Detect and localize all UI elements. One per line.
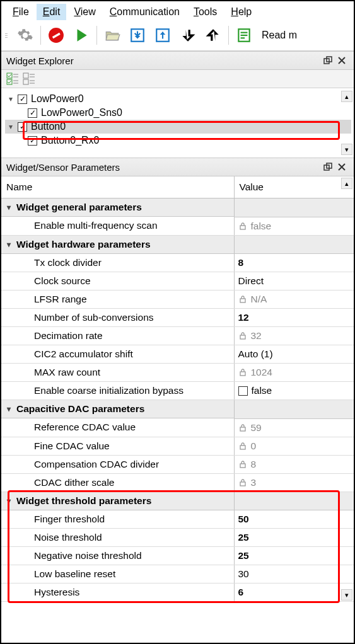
- menu-edit[interactable]: Edit: [37, 4, 67, 20]
- param-value[interactable]: false: [234, 382, 354, 400]
- group-title: Capacitive DAC parameters: [16, 403, 144, 415]
- import-button[interactable]: [177, 24, 199, 47]
- param-value[interactable]: 12: [234, 309, 354, 327]
- param-group[interactable]: ▾Widget hardware parameters: [1, 235, 354, 254]
- stop-button[interactable]: [45, 24, 67, 47]
- download-button[interactable]: [126, 24, 149, 47]
- check-all-icon[interactable]: [6, 72, 19, 85]
- export-icon: [205, 27, 221, 43]
- chevron-down-icon[interactable]: ▾: [6, 95, 15, 103]
- tree-item-lowpower0-sns0[interactable]: LowPower0_Sns0: [5, 106, 351, 120]
- param-row[interactable]: Negative noise threshold25: [1, 547, 354, 565]
- param-row[interactable]: Reference CDAC value59: [1, 418, 354, 437]
- gear-icon: [17, 27, 33, 43]
- scroll-up-button[interactable]: ▴: [341, 91, 352, 102]
- param-value[interactable]: Auto (1): [234, 345, 354, 364]
- scroll-down-button[interactable]: ▾: [341, 144, 352, 155]
- param-value[interactable]: 30: [234, 565, 354, 584]
- tree-item-button0-rx0[interactable]: Button0_Rx0: [5, 134, 351, 147]
- param-name: Negative noise threshold: [1, 547, 234, 565]
- param-name: Enable coarse initialization bypass: [1, 382, 234, 400]
- open-button[interactable]: [101, 24, 124, 47]
- param-value[interactable]: 1024: [234, 364, 354, 382]
- param-row[interactable]: Tx clock divider8: [1, 254, 354, 272]
- param-value[interactable]: 8: [234, 455, 354, 473]
- param-row[interactable]: Enable coarse initialization bypassfalse: [1, 382, 354, 400]
- chevron-down-icon[interactable]: ▾: [6, 122, 15, 131]
- menu-help[interactable]: Help: [224, 4, 258, 20]
- uncheck-all-icon[interactable]: [23, 72, 35, 85]
- param-value[interactable]: 59: [234, 418, 354, 437]
- close-button[interactable]: [335, 161, 349, 173]
- upload-button[interactable]: [151, 24, 174, 47]
- col-value[interactable]: Value: [234, 176, 354, 198]
- chevron-down-icon[interactable]: ▾: [4, 405, 14, 413]
- undock-button[interactable]: [321, 161, 335, 173]
- param-name: CIC2 accumulator shift: [1, 345, 234, 364]
- param-value[interactable]: 3: [234, 473, 354, 492]
- menu-tools[interactable]: Tools: [187, 4, 223, 20]
- param-row[interactable]: Compensation CDAC divider8: [1, 455, 354, 473]
- checkbox[interactable]: [28, 108, 37, 118]
- import-icon: [180, 27, 196, 43]
- param-value[interactable]: false: [234, 217, 354, 235]
- col-name[interactable]: Name: [1, 176, 234, 198]
- param-group[interactable]: ▾Capacitive DAC parameters: [1, 400, 354, 419]
- param-value[interactable]: Direct: [234, 272, 354, 290]
- menu-communication[interactable]: Communication: [103, 4, 186, 20]
- param-value[interactable]: 6: [234, 584, 354, 602]
- chevron-down-icon[interactable]: ▾: [4, 497, 14, 505]
- param-value[interactable]: 50: [234, 510, 354, 529]
- param-value[interactable]: 25: [234, 547, 354, 565]
- undock-button[interactable]: [321, 54, 335, 67]
- read-label[interactable]: Read m: [258, 30, 297, 41]
- param-group[interactable]: ▾Widget general parameters: [1, 198, 354, 217]
- param-group[interactable]: ▾Widget threshold parameters: [1, 492, 354, 510]
- param-value[interactable]: 0: [234, 437, 354, 455]
- param-name: Noise threshold: [1, 529, 234, 547]
- checkbox[interactable]: [28, 136, 37, 146]
- param-row[interactable]: LFSR rangeN/A: [1, 290, 354, 309]
- group-title: Widget general parameters: [16, 202, 142, 213]
- checkbox[interactable]: [18, 122, 27, 132]
- log-button[interactable]: [233, 24, 255, 47]
- param-row[interactable]: Decimation rate32: [1, 327, 354, 345]
- param-row[interactable]: Noise threshold25: [1, 529, 354, 547]
- close-button[interactable]: [335, 54, 349, 67]
- param-row[interactable]: Enable multi-frequency scanfalse: [1, 217, 354, 235]
- lock-icon: [238, 460, 247, 469]
- export-button[interactable]: [202, 24, 224, 47]
- scroll-up-button[interactable]: ▴: [341, 178, 352, 189]
- param-row[interactable]: Fine CDAC value0: [1, 437, 354, 455]
- menu-file[interactable]: File: [6, 4, 35, 20]
- checkbox[interactable]: [238, 386, 248, 396]
- param-row[interactable]: MAX raw count1024: [1, 364, 354, 382]
- param-name: Low baseline reset: [1, 565, 234, 584]
- param-row[interactable]: Hysteresis6: [1, 584, 354, 602]
- param-row[interactable]: CDAC dither scale3: [1, 473, 354, 492]
- upload-icon: [154, 27, 171, 43]
- param-value[interactable]: 32: [234, 327, 354, 345]
- tree-item-lowpower0[interactable]: ▾ LowPower0: [5, 92, 351, 106]
- lock-icon: [238, 423, 247, 432]
- gear-button[interactable]: [14, 24, 37, 47]
- param-name: MAX raw count: [1, 364, 234, 382]
- chevron-down-icon[interactable]: ▾: [4, 203, 14, 212]
- param-row[interactable]: Number of sub-conversions12: [1, 309, 354, 327]
- param-value[interactable]: 8: [234, 254, 354, 272]
- param-row[interactable]: Clock sourceDirect: [1, 272, 354, 290]
- scroll-down-button[interactable]: ▾: [341, 589, 352, 601]
- param-name: Decimation rate: [1, 327, 234, 345]
- param-value[interactable]: 25: [234, 529, 354, 547]
- param-row[interactable]: Finger threshold50: [1, 510, 354, 529]
- param-row[interactable]: Low baseline reset30: [1, 565, 354, 584]
- param-value[interactable]: N/A: [234, 290, 354, 309]
- play-button[interactable]: [70, 24, 93, 47]
- checkbox[interactable]: [18, 95, 27, 104]
- tree-item-button0[interactable]: ▾ Button0: [5, 120, 351, 134]
- svg-rect-26: [240, 335, 245, 339]
- param-row[interactable]: CIC2 accumulator shiftAuto (1): [1, 345, 354, 364]
- chevron-down-icon[interactable]: ▾: [4, 240, 14, 249]
- undock-icon: [323, 163, 332, 171]
- menu-view[interactable]: View: [67, 4, 102, 20]
